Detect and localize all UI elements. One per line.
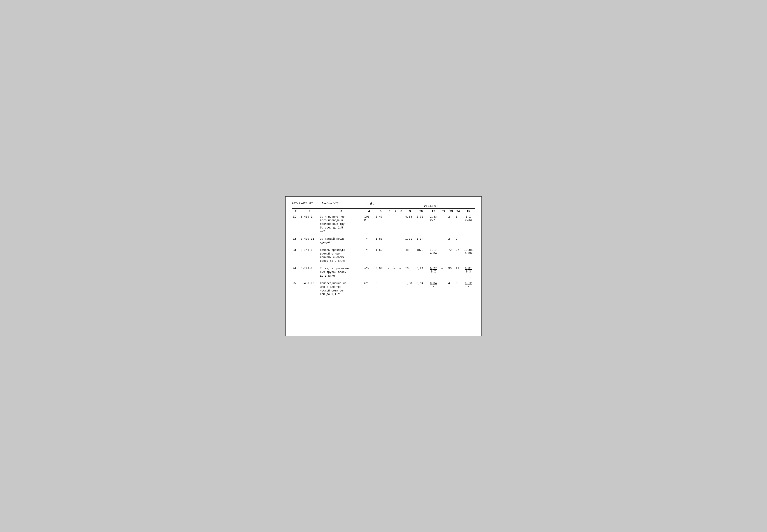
cell-val11: 0,270,I — [426, 265, 440, 279]
cell-val14: 2 — [455, 236, 461, 245]
cell-unit: –"– — [363, 247, 375, 264]
col-header-12: I2 — [440, 209, 447, 214]
col-header-7: 7 — [392, 209, 398, 214]
cell-unit: –"– — [363, 265, 375, 279]
col-header-8: 8 — [398, 209, 404, 214]
cell-val8: – — [398, 247, 404, 264]
doc-code: 902-2-428.87 — [292, 202, 313, 205]
cell-val11-top: 0,27 — [430, 267, 437, 270]
table-row: 248-I49-IТо же, в проложен-ных трубах ве… — [292, 265, 475, 279]
cell-val9: IO — [404, 265, 416, 279]
cell-val11-top: I2,7 — [430, 248, 437, 252]
col-header-9: 9 — [404, 209, 416, 214]
cell-val9: 48 — [404, 247, 416, 264]
cell-val10: 2,36 — [416, 214, 426, 234]
table-row: 2I8-409-IЗатягивание пер-вого провода вп… — [292, 214, 475, 234]
cell-row-num: 25 — [292, 280, 300, 297]
cell-val6: – — [387, 214, 392, 234]
cell-val15: 0,I2– — [461, 280, 475, 297]
cell-unit: –"– — [363, 236, 375, 245]
row-spacer — [292, 245, 475, 247]
cell-val13: 2 — [447, 214, 455, 234]
cell-val11-top: 0,04 — [430, 282, 437, 285]
table-row: 238-I46-IКабель проклады-ваемый с креп-л… — [292, 247, 475, 264]
cell-val11-bot: 0,7I — [430, 218, 437, 222]
cell-val11: I2,74,04 — [426, 247, 440, 264]
cell-val15: 0,8I0,3 — [461, 265, 475, 279]
col-header-row: I 2 3 4 5 6 7 8 9 IO II I2 I3 I4 I5 — [292, 209, 475, 214]
col-header-13: I3 — [447, 209, 455, 214]
col-header-1: I — [292, 209, 300, 214]
cell-description: Затягивание пер-вого провода впроложенны… — [319, 214, 363, 234]
row-spacer — [292, 234, 475, 236]
cell-val5: 3 — [375, 280, 387, 297]
cell-description: Присоединение ма-шин к электри-ческой се… — [319, 280, 363, 297]
cell-val12: – — [440, 236, 447, 245]
page-number: - 51 - — [365, 202, 380, 206]
cell-val15-bot: 6,06 — [465, 252, 472, 255]
cell-val5: I,88 — [375, 236, 387, 245]
cell-row-num: 2I — [292, 214, 300, 234]
cell-val9: I,2I — [404, 236, 416, 245]
cell-val10: I8,2 — [416, 247, 426, 264]
cell-code: 8-409-I — [300, 214, 319, 234]
cell-val14: I9 — [455, 265, 461, 279]
cell-val9: 4,88 — [404, 214, 416, 234]
cell-description: За каждый после-дующий — [319, 236, 363, 245]
cell-val11: – — [426, 236, 440, 245]
cell-val5: I,50 — [375, 247, 387, 264]
row-spacer — [292, 264, 475, 265]
col-header-3: 3 — [319, 209, 363, 214]
cell-val7: – — [392, 214, 398, 234]
cell-val8: – — [398, 236, 404, 245]
cell-val15-top: 0,I2 — [465, 282, 472, 285]
cell-val13: 72 — [447, 247, 455, 264]
cell-val15-top: I9,05 — [464, 248, 472, 252]
cell-val15: I,I0,33 — [461, 214, 475, 234]
cell-val11-bot: – — [432, 285, 434, 288]
album-title: Альбом VII — [322, 202, 339, 205]
cell-val11: 0,04– — [426, 280, 440, 297]
cell-row-num: 24 — [292, 265, 300, 279]
main-table: I 2 3 4 5 6 7 8 9 IO II I2 I3 I4 I5 2I8-… — [292, 208, 475, 297]
table-row: 258-48I-I9Присоединение ма-шин к электри… — [292, 280, 475, 297]
cell-row-num: 23 — [292, 247, 300, 264]
cell-code: 8-48I-I9 — [300, 280, 319, 297]
cell-unit: I00 М — [363, 214, 375, 234]
doc-id: 2I943-07 — [424, 204, 438, 208]
col-header-11: II — [426, 209, 440, 214]
cell-val6: – — [387, 265, 392, 279]
cell-val8: – — [398, 265, 404, 279]
cell-val12: – — [440, 265, 447, 279]
cell-code: 8-409-II — [300, 236, 319, 245]
cell-val11-bot: 0,I — [431, 270, 436, 273]
col-header-10: IO — [416, 209, 426, 214]
cell-row-num: 22 — [292, 236, 300, 245]
col-header-14: I4 — [455, 209, 461, 214]
col-header-6: 6 — [387, 209, 392, 214]
cell-val15-bot: 0,3 — [466, 270, 471, 273]
cell-val10: 6,24 — [416, 265, 426, 279]
cell-val5: 3,00 — [375, 265, 387, 279]
col-header-5: 5 — [375, 209, 387, 214]
document-page: 902-2-428.87 Альбом VII - 51 - 2I943-07 … — [285, 196, 482, 336]
cell-val11-bot: 4,04 — [430, 252, 437, 255]
col-header-4: 4 — [363, 209, 375, 214]
cell-val14: 27 — [455, 247, 461, 264]
cell-val8: – — [398, 280, 404, 297]
cell-val11: 2,330,7I — [426, 214, 440, 234]
cell-val5: 0,47 — [375, 214, 387, 234]
cell-val11-top: 2,33 — [430, 215, 437, 218]
cell-val13: 4 — [447, 280, 455, 297]
cell-val13: 30 — [447, 265, 455, 279]
cell-val7: - — [392, 236, 398, 245]
cell-description: Кабель проклады-ваемый с креп-лениями ск… — [319, 247, 363, 264]
cell-val8: – — [398, 214, 404, 234]
cell-val6: – — [387, 247, 392, 264]
cell-unit: шт — [363, 280, 375, 297]
cell-val10: I,I4 — [416, 236, 426, 245]
cell-val15: – — [461, 236, 475, 245]
cell-val6: – — [387, 280, 392, 297]
cell-val15-bot: – — [467, 285, 469, 288]
cell-val12: – — [440, 280, 447, 297]
